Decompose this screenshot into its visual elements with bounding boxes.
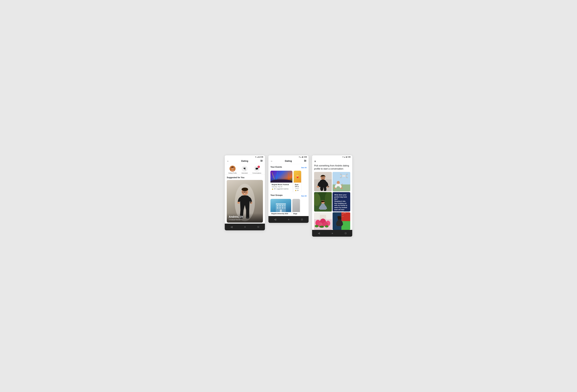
svg-point-61 — [337, 181, 340, 184]
time-display-3: 2:04 — [348, 156, 351, 158]
svg-rect-86 — [338, 219, 340, 220]
phone-1: ▾ ▲ ▮ 2:04 ← Dating — [225, 155, 265, 230]
events-section: Your Events See All — [268, 164, 309, 193]
svg-point-43 — [317, 186, 319, 188]
see-all-groups[interactable]: See All — [301, 195, 307, 197]
settings-icon-1[interactable] — [260, 159, 263, 163]
back-button-2[interactable]: ← — [270, 160, 273, 163]
tab-dating-profile[interactable]: Dating Profile — [228, 166, 237, 174]
event-2-matches: 🔒 30 — [295, 190, 300, 191]
event-1-matches: 🔒 20+ suggested matches — [272, 188, 291, 190]
page-title-1: Dating — [241, 160, 248, 163]
conv-photo-garden[interactable] — [314, 192, 332, 212]
svg-point-5 — [261, 161, 261, 162]
drone-svg — [332, 172, 350, 191]
signal-icon-2: ▲ — [300, 156, 302, 158]
svg-rect-85 — [337, 216, 341, 218]
groups-section: Your Groups See All — [268, 193, 309, 216]
settings-icon-2[interactable] — [304, 159, 307, 163]
status-bar-1: ▾ ▲ ▮ 2:04 — [225, 155, 265, 158]
status-bar-2: ▾ ▲ ▮ 2:04 — [268, 155, 309, 158]
svg-rect-87 — [340, 219, 341, 220]
svg-rect-34 — [284, 205, 285, 206]
status-icons-3: ▾ ▲ ▮ 2:04 — [343, 156, 351, 158]
recent-nav-btn-2[interactable]: □ — [299, 218, 305, 221]
time-display-2: 2:04 — [304, 156, 307, 158]
signal-icon-3: ▲ — [344, 156, 345, 158]
recent-nav-btn-1[interactable]: □ — [256, 225, 261, 229]
svg-rect-37 — [282, 207, 283, 209]
conv-photo-person-1[interactable] — [314, 172, 332, 191]
profile-card[interactable]: Andrés, 29 3 mutual friends — [227, 180, 263, 223]
time-display-1: 2:04 — [260, 156, 263, 158]
svg-point-77 — [315, 225, 319, 227]
interested-icon-wrap — [242, 166, 248, 172]
wifi-icon-2: ▾ — [299, 156, 300, 158]
conv-answer-text: Sleeping in late, then heading out with … — [334, 200, 349, 212]
event-card-2[interactable]: 🍟 Bogo lake p Tuesd 🔒 30 — [294, 171, 301, 192]
dating-profile-label: Dating Profile — [228, 172, 237, 174]
person-1-svg — [314, 172, 332, 191]
back-nav-btn-1[interactable]: ◁ — [229, 225, 234, 229]
bottom-nav-3: ◁ ○ □ — [312, 230, 352, 237]
building-svg — [275, 201, 287, 212]
svg-point-17 — [242, 188, 248, 191]
lock-icon-1: 🔒 — [272, 188, 273, 190]
close-button[interactable]: ✕ — [314, 160, 316, 163]
back-nav-btn-2[interactable]: ◁ — [272, 218, 278, 221]
events-title: Your Events — [270, 166, 282, 168]
see-all-events[interactable]: See All — [301, 167, 307, 168]
tab-conversations[interactable]: 3 Conversations — [252, 166, 261, 174]
signal-icon: ▲ — [256, 156, 258, 158]
event-card-1[interactable]: Bogotá Music Festival Saturday, Sep 20 🔒… — [270, 171, 292, 192]
svg-point-58 — [346, 174, 348, 175]
svg-point-10 — [245, 168, 246, 169]
events-header: Your Events See All — [270, 166, 307, 169]
conv-title: Pick something from Andrés dating profil… — [312, 164, 352, 172]
conv-photo-flowers[interactable] — [314, 212, 332, 230]
bottom-nav-2: ◁ ○ □ — [268, 216, 309, 223]
back-nav-btn-3[interactable]: ◁ — [316, 231, 322, 235]
svg-rect-50 — [333, 172, 350, 184]
home-nav-btn-2[interactable]: ○ — [286, 218, 291, 221]
event-1-date: Saturday, Sep 20 — [272, 186, 291, 188]
event-2-name: Bogo lake p — [295, 184, 300, 187]
svg-point-60 — [346, 177, 348, 178]
home-nav-btn-3[interactable]: ○ — [330, 231, 335, 235]
garden-svg — [314, 192, 332, 212]
svg-point-59 — [340, 177, 342, 178]
conv-photo-dark[interactable] — [332, 212, 350, 230]
home-nav-btn-1[interactable]: ○ — [242, 225, 248, 229]
conv-photo-drone[interactable] — [332, 172, 350, 191]
svg-rect-71 — [320, 215, 326, 219]
group-card-1[interactable]: Bogotá University 2010 — [270, 199, 291, 215]
wifi-icon: ▾ — [255, 156, 256, 158]
svg-rect-39 — [280, 210, 282, 212]
phones-container: ▾ ▲ ▮ 2:04 ← Dating — [225, 155, 352, 237]
svg-point-79 — [325, 225, 328, 228]
lock-icon-2: 🔒 — [295, 190, 297, 191]
groups-list: Bogotá University 2010 Bogo — [270, 199, 307, 215]
svg-point-18 — [237, 202, 240, 204]
tab-interested[interactable]: Interested — [241, 166, 248, 174]
svg-point-26 — [304, 160, 305, 160]
profile-card-info: Andrés, 29 3 mutual friends — [227, 213, 263, 223]
battery-icon-3: ▮ — [346, 156, 347, 158]
svg-point-57 — [340, 174, 342, 175]
interested-icon-bg — [242, 166, 248, 172]
svg-point-28 — [305, 161, 305, 162]
svg-rect-33 — [282, 205, 283, 206]
profile-name: Andrés, 29 — [229, 215, 261, 218]
battery-icon-2: ▮ — [302, 156, 303, 158]
svg-rect-31 — [277, 205, 278, 206]
svg-rect-20 — [250, 202, 251, 203]
recent-nav-btn-3[interactable]: □ — [343, 231, 348, 235]
svg-rect-52 — [342, 175, 346, 177]
wifi-icon-3: ▾ — [343, 156, 343, 158]
conv-photo-qa[interactable]: What does your perfect day look like? Sl… — [332, 192, 350, 212]
group-card-2[interactable]: Bogo — [292, 199, 300, 215]
back-button-1[interactable]: ← — [227, 160, 229, 163]
phone-3: ▾ ▲ ▮ 2:04 ✕ Pick something from Andrés … — [312, 155, 352, 237]
status-icons-2: ▾ ▲ ▮ 2:04 — [299, 156, 307, 158]
conv-close-header: ✕ — [312, 158, 352, 164]
